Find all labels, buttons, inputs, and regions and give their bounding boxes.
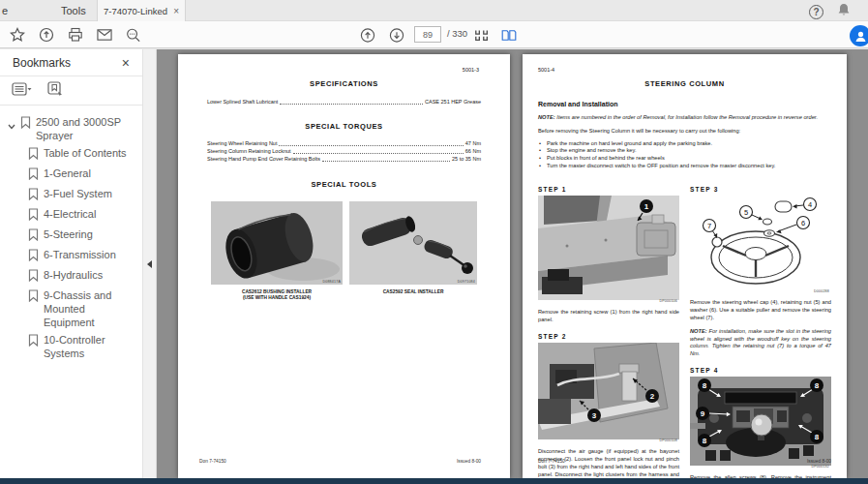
tab-tools[interactable]: Tools xyxy=(61,0,86,21)
bookmark-label[interactable]: 3-Fuel System xyxy=(44,187,138,200)
step-2-label: STEP 2 xyxy=(538,333,679,340)
bookmark-label[interactable]: Table of Contents xyxy=(44,146,138,160)
list-item: • Park the machine on hard level ground … xyxy=(538,140,831,148)
torque-label: Steering Column Retaining Locknut xyxy=(207,147,291,155)
figure-code: DP000108 xyxy=(659,439,677,442)
removal-installation-subheading: Removal and Installation xyxy=(538,101,831,107)
bookmark-icon xyxy=(28,249,39,264)
bookmark-item-hydraulics[interactable]: 8-Hydraulics xyxy=(0,266,142,287)
bookmark-item-electrical[interactable]: 4-Electrical xyxy=(0,205,142,226)
main-content: Bookmarks × 2500 xyxy=(0,49,868,478)
close-tab-icon[interactable]: × xyxy=(173,6,179,16)
step-3-figure: 4 5 6 7 xyxy=(690,196,831,294)
leader-dots xyxy=(279,145,463,146)
bullet-text: Park the machine on hard level ground an… xyxy=(547,140,712,148)
bookmark-icon xyxy=(28,188,39,203)
account-avatar-button[interactable] xyxy=(850,25,868,46)
bookmark-item-controller[interactable]: 10-Controller Systems xyxy=(0,331,142,362)
page-number: 5001-4 xyxy=(538,67,554,73)
help-icon[interactable]: ? xyxy=(809,5,823,19)
step-3-text: Remove the steering wheel cap (4), retai… xyxy=(690,298,831,321)
callout-8c: 8 xyxy=(703,437,707,445)
footer-issued: Issued 8-00 xyxy=(807,459,831,464)
favorite-star-icon[interactable] xyxy=(10,27,25,43)
bullet-text: Put blocks in front of and behind the re… xyxy=(547,155,665,163)
torque-row: Steering Hand Pump End Cover Retaining B… xyxy=(207,155,481,163)
tab-bar: e Tools 7-74070-Linked pdf... × ? xyxy=(0,0,868,21)
bookmarks-title: Bookmarks xyxy=(13,56,71,70)
callout-1: 1 xyxy=(644,202,649,211)
bookmark-label[interactable]: 5-Steering xyxy=(44,227,138,241)
bookmark-options-icon[interactable] xyxy=(12,82,32,100)
bookmark-root[interactable]: 2500 and 3000SP Sprayer xyxy=(0,113,142,144)
tool-caption: CAS2592 SEAL INSTALLER xyxy=(349,289,477,295)
torque-value: 66 Nm xyxy=(465,147,481,155)
bookmark-item-steering[interactable]: 5-Steering xyxy=(0,226,142,246)
bookmark-label[interactable]: 9-Chassis and Mounted Equipment xyxy=(44,288,138,329)
tab-home-partial[interactable]: e xyxy=(2,0,8,21)
callout-6: 6 xyxy=(801,218,805,227)
notifications-bell-icon[interactable] xyxy=(837,3,851,21)
bookmarks-tree: 2500 and 3000SP Sprayer Table of Content… xyxy=(0,106,142,362)
next-page-icon[interactable] xyxy=(389,27,404,43)
note-text: For installation, make sure the slot in … xyxy=(690,328,831,356)
callout-2: 2 xyxy=(650,392,655,401)
bookmark-item-fuel[interactable]: 3-Fuel System xyxy=(0,185,142,205)
bookmark-item-general[interactable]: 1-General xyxy=(0,165,142,185)
bookmark-item-transmission[interactable]: 6-Transmission xyxy=(0,246,142,266)
specifications-heading: SPECIFICATIONS xyxy=(207,79,481,88)
torque-label: Steering Wheel Retaining Nut xyxy=(207,139,277,147)
leader-dots xyxy=(322,161,450,162)
footer-issued: Issued 8-00 xyxy=(457,459,481,464)
bookmark-icon xyxy=(20,116,31,132)
torque-row: Steering Wheel Retaining Nut 47 Nm xyxy=(207,139,481,147)
seal-installer-figure: D0971084 CAS2592 SEAL INSTALLER xyxy=(349,201,477,302)
document-tab[interactable]: 7-74070-Linked pdf... × xyxy=(97,0,186,21)
bookmark-label[interactable]: 2500 and 3000SP Sprayer xyxy=(36,115,138,142)
bookmark-label[interactable]: 8-Hydraulics xyxy=(44,268,138,282)
figure-code: D0971084 xyxy=(458,280,475,284)
spec-value: CASE 251 HEP Grease xyxy=(425,98,481,106)
search-icon[interactable] xyxy=(126,27,141,43)
step-4-label: STEP 4 xyxy=(690,367,831,374)
callout-8a: 8 xyxy=(703,381,707,390)
step-3-label: STEP 3 xyxy=(690,186,831,193)
page-display-options-icon[interactable] xyxy=(474,27,490,43)
chevron-down-icon[interactable] xyxy=(8,119,15,133)
find-current-bookmark-icon[interactable] xyxy=(47,81,64,100)
leader-dots xyxy=(293,153,464,154)
figure-code: DP000132 xyxy=(811,465,829,469)
note-text: Items are numbered in the order of Remov… xyxy=(556,114,818,120)
two-page-view-icon[interactable] xyxy=(501,27,517,43)
email-icon[interactable] xyxy=(97,27,112,43)
bookmark-label[interactable]: 10-Controller Systems xyxy=(44,333,138,360)
bushing-installer-figure: D088417A CAS2612 BUSHING INSTALLER (USE … xyxy=(211,201,343,302)
spec-label: Lower Splined Shaft Lubricant xyxy=(207,98,278,106)
bookmark-icon xyxy=(28,147,39,163)
document-view[interactable]: 5001-3 SPECIFICATIONS Lower Splined Shaf… xyxy=(157,49,868,478)
share-upload-icon[interactable] xyxy=(39,27,54,43)
bookmarks-toolbar xyxy=(0,76,142,106)
intro-paragraph: Before removing the Steering Column it w… xyxy=(538,128,831,136)
bookmark-label[interactable]: 4-Electrical xyxy=(44,207,138,221)
bullet-glyph: • xyxy=(538,147,542,155)
step-1-label: STEP 1 xyxy=(538,186,679,193)
print-icon[interactable] xyxy=(68,27,83,43)
bottom-edge-bar xyxy=(0,478,868,484)
figure-code: D000288 xyxy=(814,289,829,293)
callout-8d: 8 xyxy=(815,433,820,441)
bookmark-label[interactable]: 6-Transmission xyxy=(44,248,138,261)
footer-doc-ref: Don 7-74150 xyxy=(538,459,565,464)
panel-gutter xyxy=(143,49,157,478)
previous-page-icon[interactable] xyxy=(360,27,375,43)
bookmark-label[interactable]: 1-General xyxy=(44,166,138,180)
page-number-input[interactable] xyxy=(414,26,441,43)
close-panel-icon[interactable]: × xyxy=(122,56,130,70)
bookmark-icon xyxy=(28,228,39,244)
bookmark-item-chassis[interactable]: 9-Chassis and Mounted Equipment xyxy=(0,287,142,331)
precaution-list: • Park the machine on hard level ground … xyxy=(538,140,831,170)
note-paragraph: NOTE: Items are numbered in the order of… xyxy=(538,114,831,122)
tool-caption: (USE WITH HANDLE CAS1924) xyxy=(211,295,343,301)
collapse-panel-arrow-icon[interactable] xyxy=(147,260,152,268)
bookmark-item-toc[interactable]: Table of Contents xyxy=(0,144,142,165)
